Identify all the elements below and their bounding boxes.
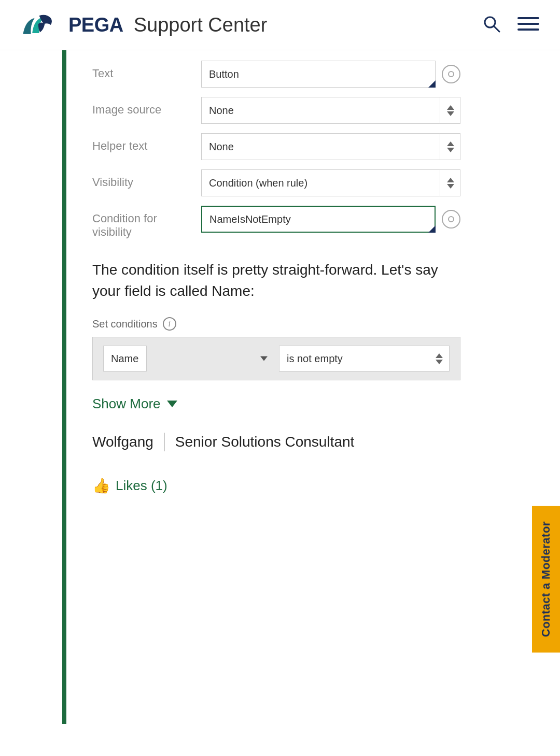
site-title: Support Center <box>134 14 268 36</box>
contact-moderator-button[interactable]: Contact a Moderator <box>532 506 560 652</box>
condition-visibility-control-wrapper <box>201 206 460 233</box>
form-section: Text Image source None <box>92 61 460 239</box>
set-conditions-text: Set conditions <box>92 318 158 330</box>
conditions-row: Name is not empty <box>92 337 460 380</box>
set-conditions-section: Set conditions i Name is not empty <box>92 317 460 380</box>
likes-button[interactable]: 👍 Likes (1) <box>92 477 167 494</box>
image-source-label: Image source <box>92 97 201 117</box>
pega-logo-icon <box>21 9 62 40</box>
visibility-select[interactable]: Condition (when rule) <box>201 169 460 196</box>
content-area: Text Image source None <box>66 50 492 724</box>
show-more-label: Show More <box>92 396 161 412</box>
chevron-down-icon <box>167 401 177 407</box>
text-target-icon[interactable] <box>442 65 460 83</box>
text-input-container <box>201 61 436 88</box>
set-conditions-label-row: Set conditions i <box>92 317 460 331</box>
author-section: Wolfgang Senior Solutions Consultant <box>92 433 460 451</box>
condition-op-wrapper: is not empty <box>279 346 450 372</box>
text-control-wrapper <box>201 61 460 88</box>
corner-triangle <box>428 80 436 88</box>
main-content: Text Image source None <box>0 50 560 724</box>
helper-text-select[interactable]: None <box>201 133 460 160</box>
info-icon[interactable]: i <box>163 317 176 331</box>
show-more-button[interactable]: Show More <box>92 396 177 412</box>
visibility-control-wrapper: Condition (when rule) <box>201 169 460 196</box>
menu-icon[interactable] <box>517 15 539 35</box>
likes-section: 👍 Likes (1) <box>92 477 460 494</box>
likes-label: Likes (1) <box>116 478 167 494</box>
helper-text-control-wrapper: None <box>201 133 460 160</box>
search-icon[interactable] <box>482 15 501 35</box>
logo-brand-text: PEGA <box>68 14 123 36</box>
prose-paragraph: The condition itself is pretty straight-… <box>92 260 460 302</box>
green-corner-triangle <box>428 225 436 233</box>
visibility-row: Visibility Condition (when rule) <box>92 169 460 196</box>
left-accent-bar <box>62 50 66 724</box>
text-input[interactable] <box>201 61 436 88</box>
svg-line-1 <box>494 26 499 32</box>
author-divider <box>164 433 165 451</box>
header: PEGA Support Center <box>0 0 560 50</box>
image-source-control-wrapper: None <box>201 97 460 124</box>
condition-target-icon[interactable] <box>442 210 460 229</box>
author-title: Senior Solutions Consultant <box>175 434 355 450</box>
author-name: Wolfgang <box>92 434 153 450</box>
header-actions <box>482 15 539 35</box>
text-field-row: Text <box>92 61 460 88</box>
condition-input[interactable] <box>201 206 436 233</box>
condition-field-select[interactable]: Name <box>103 346 147 372</box>
text-label: Text <box>92 61 201 80</box>
visibility-select-wrapper: Condition (when rule) <box>201 169 460 196</box>
image-source-select-wrapper: None <box>201 97 460 124</box>
condition-visibility-label: Condition for visibility <box>92 206 201 239</box>
logo-container: PEGA Support Center <box>21 9 267 40</box>
thumbs-up-icon: 👍 <box>92 477 110 494</box>
chevron-down-icon <box>260 356 268 361</box>
helper-text-select-wrapper: None <box>201 133 460 160</box>
condition-visibility-row: Condition for visibility <box>92 206 460 239</box>
helper-text-row: Helper text None <box>92 133 460 160</box>
visibility-label: Visibility <box>92 169 201 189</box>
condition-field-wrapper: Name <box>103 346 274 372</box>
condition-input-container <box>201 206 436 233</box>
image-source-select[interactable]: None <box>201 97 460 124</box>
condition-op-select[interactable]: is not empty <box>279 346 450 372</box>
image-source-row: Image source None <box>92 97 460 124</box>
helper-text-label: Helper text <box>92 133 201 153</box>
